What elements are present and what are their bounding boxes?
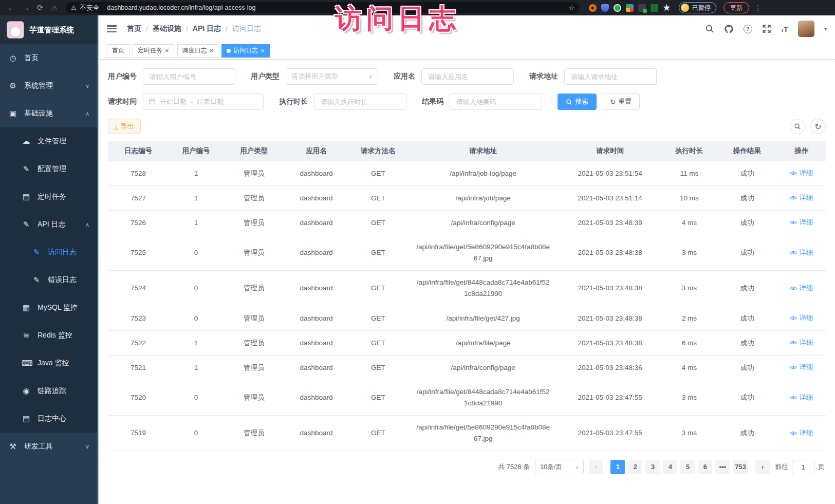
help-icon[interactable]: ?	[744, 25, 752, 33]
tab-home[interactable]: 首页	[107, 44, 129, 58]
cell-request-time: 2021-05-03 23:48:36	[559, 356, 662, 380]
cell-duration: 4 ms	[662, 356, 717, 380]
page-button[interactable]: 6	[698, 460, 712, 474]
cell-user-type: 管理员	[224, 235, 284, 271]
extension-icon[interactable]	[614, 4, 621, 12]
page-button[interactable]: •••	[715, 460, 730, 474]
detail-link[interactable]: 详细	[790, 167, 813, 179]
sidebar-item-log-center[interactable]: ▤ 日志中心	[0, 405, 98, 433]
sidebar-item-label: 链路追踪	[38, 386, 66, 396]
result-code-input[interactable]	[450, 94, 542, 110]
page-size-select[interactable]: 10条/页 ∨	[535, 460, 584, 474]
browser-menu-icon[interactable]: ⋮	[754, 4, 762, 12]
breadcrumb-item[interactable]: 首页	[127, 24, 141, 33]
tabs-bar: 首页 定时任务 × 调度日志 × 访问日志 ×	[99, 42, 835, 60]
sidebar-item-config-management[interactable]: ✎ 配置管理	[0, 155, 98, 183]
date-range-picker[interactable]: 开始日期 - 结束日期	[143, 94, 264, 110]
user-type-select[interactable]: 请选择用户类型 ∨	[286, 68, 378, 85]
extension-icon[interactable]	[651, 4, 658, 12]
detail-link-label: 详细	[799, 192, 813, 203]
sidebar-item-scheduled-tasks[interactable]: ▤ 定时任务	[0, 183, 98, 211]
request-url-input[interactable]	[564, 68, 657, 85]
sidebar-item-dev-tools[interactable]: ⚒ 研发工具 ∨	[0, 433, 98, 460]
breadcrumb-item[interactable]: API 日志	[193, 24, 221, 33]
toggle-search-button[interactable]	[790, 119, 805, 134]
extension-icon[interactable]	[663, 4, 671, 12]
sidebar-item-infrastructure[interactable]: ▣ 基础设施 ∧	[0, 100, 98, 127]
sidebar-item-home[interactable]: ◷ 首页	[0, 44, 98, 72]
duration-input[interactable]	[314, 94, 406, 110]
reset-button[interactable]: ↻ 重置	[602, 94, 640, 110]
page-button[interactable]: 753	[733, 460, 748, 474]
tab-dispatch-log[interactable]: 调度日志 ×	[177, 44, 219, 58]
prev-page-button[interactable]: ‹	[589, 460, 603, 474]
close-icon[interactable]: ×	[210, 47, 214, 54]
browser-update-button[interactable]: 更新	[723, 2, 749, 13]
hamburger-icon[interactable]	[107, 25, 117, 32]
detail-link[interactable]: 详细	[790, 283, 813, 294]
github-icon[interactable]	[724, 24, 734, 34]
edit-icon: ✎	[32, 275, 41, 285]
chevron-down-icon: ∨	[85, 83, 89, 89]
page-button[interactable]: 3	[645, 460, 660, 474]
browser-profile-chip[interactable]: 已暂停	[679, 2, 716, 13]
caret-down-icon[interactable]: ▾	[824, 26, 827, 32]
sidebar-item-java-monitor[interactable]: ⌨ Java 监控	[0, 349, 98, 377]
detail-link[interactable]: 详细	[790, 192, 813, 203]
tab-access-log[interactable]: 访问日志 ×	[221, 44, 270, 58]
detail-link[interactable]: 详细	[790, 312, 813, 324]
fullscreen-icon[interactable]	[762, 24, 771, 33]
cell-request-url: /api/infra/file/page	[408, 331, 559, 356]
next-page-button[interactable]: ›	[755, 460, 770, 474]
sidebar-item-file-management[interactable]: ☁ 文件管理	[0, 127, 98, 155]
cell-request-url: /api/infra/config/page	[408, 211, 559, 235]
detail-link[interactable]: 详细	[790, 362, 813, 373]
cell-user-type: 管理员	[224, 161, 284, 186]
page-button[interactable]: 1	[610, 460, 625, 474]
back-icon[interactable]: ←	[5, 0, 17, 15]
close-icon[interactable]: ×	[165, 47, 169, 54]
sidebar-item-api-log[interactable]: ✎ API 日志 ∧	[0, 211, 98, 238]
extension-icon[interactable]	[589, 4, 597, 12]
detail-link[interactable]: 详细	[790, 392, 813, 403]
app-name-input[interactable]	[421, 68, 514, 85]
profile-avatar-icon	[681, 4, 689, 12]
refresh-table-button[interactable]: ↻	[810, 119, 826, 134]
home-icon[interactable]: ⌂	[48, 0, 61, 15]
detail-link[interactable]: 详细	[790, 217, 813, 228]
eye-icon	[790, 340, 797, 345]
cell-app-name: dashboard	[284, 331, 348, 356]
user-id-input[interactable]	[143, 68, 235, 85]
extension-icon[interactable]	[626, 4, 634, 12]
extension-icon[interactable]	[638, 4, 646, 12]
sidebar-item-error-log[interactable]: ✎ 错误日志	[0, 266, 98, 294]
sidebar-item-trace[interactable]: ◉ 链路追踪	[0, 377, 98, 405]
detail-link[interactable]: 详细	[790, 427, 813, 439]
goto-page-input[interactable]	[792, 460, 814, 474]
detail-link[interactable]: 详细	[790, 337, 813, 348]
detail-link[interactable]: 详细	[790, 247, 813, 258]
tab-scheduled-tasks[interactable]: 定时任务 ×	[133, 44, 174, 58]
forward-icon[interactable]: →	[20, 0, 32, 15]
chevron-down-icon: ∨	[368, 73, 373, 80]
sidebar-item-access-log[interactable]: ✎ 访问日志	[0, 238, 98, 266]
cell-result: 成功	[717, 416, 777, 451]
search-icon[interactable]	[705, 24, 714, 33]
page-button[interactable]: 5	[680, 460, 695, 474]
breadcrumb-item[interactable]: 基础设施	[153, 24, 181, 33]
sidebar-item-system[interactable]: ⚙ 系统管理 ∨	[0, 72, 98, 100]
avatar[interactable]	[798, 21, 814, 37]
bookmark-icon[interactable]: ☆	[568, 4, 574, 12]
extension-icon[interactable]	[601, 4, 609, 12]
sidebar-item-redis-monitor[interactable]: ≋ Redis 监控	[0, 322, 98, 349]
java-icon: ⌨	[22, 359, 31, 368]
address-bar[interactable]: ⚠ 不安全 dashboard.yudao.iocoder.cn/infra/l…	[66, 2, 580, 13]
page-button[interactable]: 2	[628, 460, 642, 474]
font-size-icon[interactable]: тT	[781, 25, 788, 33]
page-button[interactable]: 4	[663, 460, 677, 474]
reload-icon[interactable]: ⟳	[34, 0, 46, 15]
close-icon[interactable]: ×	[261, 47, 265, 54]
search-button[interactable]: 搜索	[558, 94, 597, 110]
export-button[interactable]: ↓ 导出	[108, 119, 141, 134]
sidebar-item-mysql-monitor[interactable]: ▦ MySQL 监控	[0, 294, 98, 322]
